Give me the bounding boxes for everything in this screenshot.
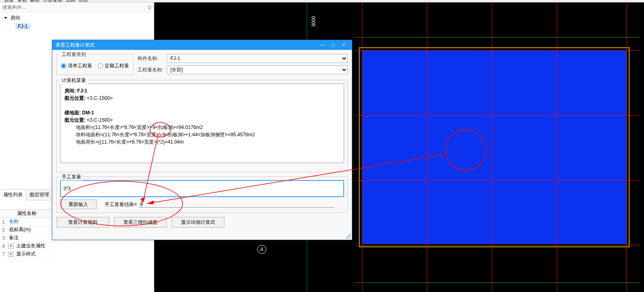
radio-quota[interactable]: 定额工程量 [98,62,129,69]
grid-line [627,2,627,292]
prop-row[interactable]: 7+显示样式 [0,250,54,258]
reinput-button[interactable]: 重新输入 [60,200,97,209]
tab-properties[interactable]: 属性列表 [0,190,26,200]
group-legend: 手工算量 [60,174,83,180]
manual-calc-group: 手工算量 重新输入 手工算量结果= 9 [56,176,348,213]
result-value: 9 [139,202,334,208]
grid-line [355,245,640,245]
grid-line [557,2,557,292]
component-tree: 房间 FJ-1 [0,12,154,32]
prop-row[interactable]: 4+土建业务属性 [0,242,54,250]
radio-list[interactable]: 清单工程量 [61,62,92,69]
grid-line [492,2,492,292]
calc-text[interactable]: 房间: FJ-1 图元位置: <3,C-1500> 楼地面: DM-1 图元位置… [60,84,344,163]
component-select[interactable]: FJ-1 [167,54,348,63]
room-outline [359,47,630,247]
aux-line [355,37,640,38]
component-label: 构件名称: [138,55,167,62]
search-icon[interactable]: Q [145,2,154,12]
result-label: 手工算量结果= [105,201,137,208]
tab-layers[interactable]: 图层管理 [26,190,53,200]
group-legend: 计算机算量 [60,77,88,84]
grid-line [355,180,640,180]
search-row: Q [0,2,154,12]
dialog-title: 查看工程量计算式 [56,42,318,49]
axis-bubble: A [257,245,266,254]
computer-calc-group: 计算机算量 房间: FJ-1 图元位置: <3,C-1500> 楼地面: DM-… [56,80,348,172]
quantity-label: 工程量名称: [138,67,167,73]
view-3d-button[interactable]: 查看三维扣减图 [114,217,167,228]
grid-line [362,2,362,292]
minimize-icon[interactable]: — [318,41,327,49]
tree-root-label: 房间 [11,15,20,21]
quantity-select[interactable]: [全部] [167,65,348,74]
view-detail-button[interactable]: 显示详细计算式 [172,217,224,228]
dimension-text: 3000 [311,16,317,27]
dialog-titlebar[interactable]: 查看工程量计算式 — □ × [52,40,352,50]
view-rule-button[interactable]: 查看计算规则 [56,217,109,228]
property-grid: 属性名称 1名称2底标高(m)3备注4+土建业务属性7+显示样式 [0,209,54,290]
tree-child[interactable]: FJ-1 [15,23,30,30]
maximize-icon[interactable]: □ [328,41,338,49]
group-legend: 工程量类别 [60,51,88,58]
property-tabs: 属性列表 图层管理 [0,189,54,200]
grid-line [427,2,427,292]
quantity-type-group: 工程量类别 清单工程量 定额工程量 [56,54,134,75]
calculation-dialog: 查看工程量计算式 — □ × 工程量类别 清单工程量 定额工程量 构件名称: F… [52,40,352,240]
prop-row[interactable]: 2底标高(m) [0,226,54,234]
prop-header: 属性名称 [0,210,54,218]
grid-line [355,50,640,51]
close-icon[interactable]: × [339,41,349,49]
prop-row[interactable]: 3备注 [0,234,54,242]
resize-grip[interactable] [346,234,351,239]
tree-root-row[interactable]: 房间 [4,15,150,21]
prop-row[interactable]: 1名称 [0,218,54,226]
aux-line [355,282,640,283]
chevron-down-icon [4,17,7,19]
grid-line [355,115,640,116]
search-input[interactable] [0,4,145,11]
drawing-grid: 3000 A [355,2,631,250]
manual-input[interactable] [60,180,344,197]
